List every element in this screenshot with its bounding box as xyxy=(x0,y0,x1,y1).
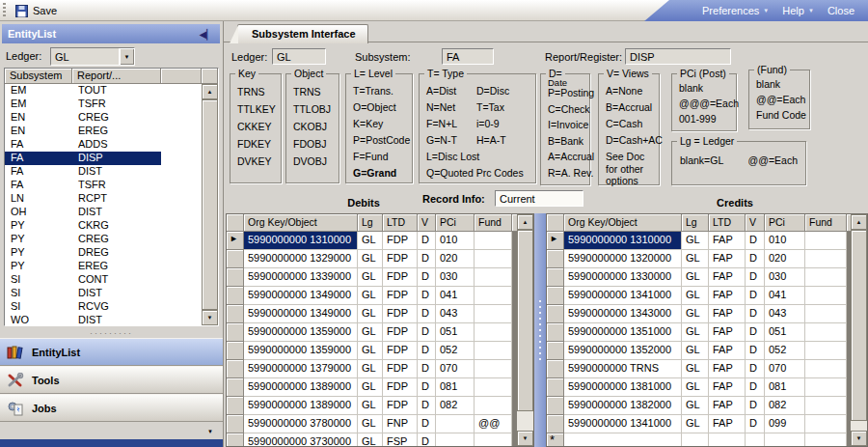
column-header[interactable]: PCi xyxy=(765,214,805,232)
cell[interactable] xyxy=(475,397,512,415)
cell[interactable]: FAP xyxy=(709,342,746,360)
cell[interactable] xyxy=(805,397,847,415)
new-row-selector[interactable]: * xyxy=(547,433,564,447)
cell[interactable]: FAP xyxy=(709,378,746,397)
cell[interactable]: GL xyxy=(358,305,383,323)
cell[interactable]: 082 xyxy=(765,397,805,415)
cell[interactable]: 5990000000 1343000 xyxy=(564,305,682,323)
cell[interactable]: 052 xyxy=(436,342,475,360)
table-row[interactable]: 5990000000 1329000GLFDPD020 xyxy=(227,250,533,268)
row-selector[interactable] xyxy=(227,397,244,415)
cell[interactable]: FDP xyxy=(383,397,418,415)
cell[interactable] xyxy=(475,378,512,397)
cell[interactable]: D xyxy=(746,268,765,287)
vertical-splitter[interactable] xyxy=(534,213,546,447)
column-header[interactable]: LTD xyxy=(383,214,418,232)
record-info-field[interactable]: Current xyxy=(495,190,583,207)
row-selector[interactable] xyxy=(227,287,244,305)
cell[interactable]: 041 xyxy=(436,287,475,305)
list-item[interactable]: LNRCPT xyxy=(5,192,202,206)
cell[interactable]: GL xyxy=(682,415,709,433)
row-selector[interactable] xyxy=(547,287,564,305)
cell[interactable]: FAP xyxy=(709,397,746,415)
cell[interactable]: FAP xyxy=(709,415,746,433)
preferences-menu[interactable]: Preferences ▼ xyxy=(698,5,773,16)
table-row[interactable]: 5990000000 1389000GLFDPD082 xyxy=(227,397,533,415)
scroll-up-icon[interactable]: ▲ xyxy=(202,84,218,99)
list-item[interactable]: ENCREG xyxy=(5,111,202,125)
cell[interactable]: FDP xyxy=(383,232,418,250)
cell[interactable]: 5990000000 1310000 xyxy=(564,232,682,250)
cell[interactable]: 020 xyxy=(436,250,475,268)
cell[interactable]: 5990000000 1341000 xyxy=(564,415,682,433)
cell[interactable]: FAP xyxy=(709,360,746,378)
table-row[interactable]: 5990000000 1330000GLFAPD030 xyxy=(547,268,867,287)
cell[interactable]: GL xyxy=(682,232,709,250)
cell[interactable] xyxy=(805,287,847,305)
credits-scrollbar[interactable]: ▲ ▼ xyxy=(851,214,867,446)
sidebar-item-tools[interactable]: Tools xyxy=(0,366,223,394)
cell[interactable]: D xyxy=(746,232,765,250)
table-row[interactable]: 5990000000 1343000GLFAPD043 xyxy=(547,305,867,323)
cell[interactable] xyxy=(475,287,512,305)
cell[interactable]: 041 xyxy=(765,287,805,305)
cell[interactable]: 5990000000 3730000 xyxy=(244,433,358,447)
cell[interactable]: GL xyxy=(682,397,709,415)
cell[interactable]: D xyxy=(418,232,436,250)
report-register-field[interactable]: DISP xyxy=(625,48,731,65)
cell[interactable] xyxy=(805,232,847,250)
cell[interactable]: D xyxy=(418,360,436,378)
cell[interactable]: GL xyxy=(682,360,709,378)
cell[interactable]: GL xyxy=(358,323,383,342)
row-selector[interactable]: ► xyxy=(227,232,244,250)
cell[interactable]: 5990000000 1349000 xyxy=(244,287,358,305)
list-item[interactable]: PYEREG xyxy=(5,260,202,273)
scroll-down-icon[interactable]: ▼ xyxy=(851,431,867,446)
ledger-field[interactable]: GL xyxy=(272,48,326,65)
cell[interactable]: FDP xyxy=(383,268,418,287)
table-row[interactable]: 5990000000 1382000GLFAPD082 xyxy=(547,397,867,415)
cell[interactable]: FAP xyxy=(709,305,746,323)
cell[interactable] xyxy=(805,342,847,360)
column-header-subsystem[interactable]: Subsystem xyxy=(5,69,72,84)
cell[interactable]: 030 xyxy=(436,268,475,287)
scrollbar-thumb[interactable] xyxy=(517,230,533,411)
scroll-down-icon[interactable]: ▼ xyxy=(517,431,533,446)
row-selector[interactable] xyxy=(227,360,244,378)
cell[interactable]: GL xyxy=(358,433,383,447)
table-row[interactable]: 5990000000 1349000GLFDPD043 xyxy=(227,305,533,323)
cell[interactable]: D xyxy=(418,342,436,360)
list-item[interactable]: PYDREG xyxy=(5,246,202,260)
cell[interactable]: D xyxy=(418,415,436,433)
list-item[interactable]: FATSFR xyxy=(5,179,202,192)
cell[interactable]: @@ xyxy=(475,415,512,433)
row-selector[interactable] xyxy=(547,397,564,415)
cell[interactable] xyxy=(746,433,765,447)
row-selector[interactable] xyxy=(547,250,564,268)
help-menu[interactable]: Help ▼ xyxy=(778,5,818,16)
cell[interactable]: 099 xyxy=(765,415,805,433)
cell[interactable]: 5990000000 1352000 xyxy=(564,342,682,360)
row-selector[interactable] xyxy=(227,323,244,342)
cell[interactable]: D xyxy=(418,397,436,415)
column-header-report[interactable]: Report/... xyxy=(72,69,161,84)
column-header[interactable]: Org Key/Object xyxy=(244,214,358,232)
subsystem-field[interactable]: FA xyxy=(442,48,494,65)
cell[interactable] xyxy=(475,232,512,250)
table-row[interactable]: 5990000000 1359000GLFDPD051 xyxy=(227,323,533,342)
cell[interactable]: GL xyxy=(358,415,383,433)
cell[interactable]: GL xyxy=(358,232,383,250)
row-selector[interactable] xyxy=(227,433,244,447)
cell[interactable]: 051 xyxy=(436,323,475,342)
table-row[interactable]: 5990000000 1381000GLFAPD081 xyxy=(547,378,867,397)
cell[interactable]: D xyxy=(746,415,765,433)
cell[interactable]: GL xyxy=(358,378,383,397)
cell[interactable]: FDP xyxy=(383,360,418,378)
cell[interactable]: D xyxy=(746,287,765,305)
column-header[interactable]: V xyxy=(746,214,765,232)
cell[interactable] xyxy=(436,433,475,447)
cell[interactable]: GL xyxy=(682,342,709,360)
scroll-down-icon[interactable]: ▼ xyxy=(202,310,218,325)
horizontal-splitter[interactable]: ········· xyxy=(0,328,223,338)
cell[interactable]: FAP xyxy=(709,250,746,268)
